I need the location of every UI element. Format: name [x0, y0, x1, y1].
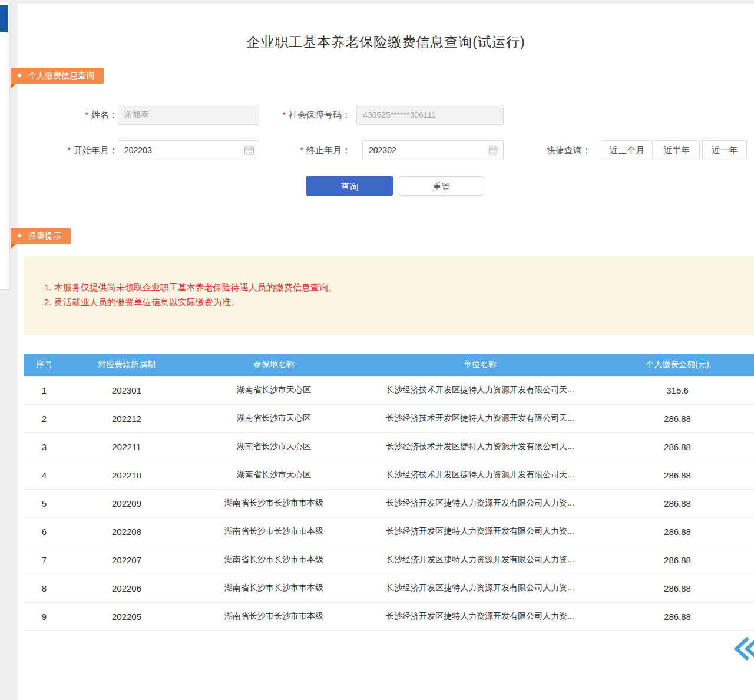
header-amount: 个人缴费金额(元) [601, 354, 754, 376]
cell-amount: 286.88 [601, 574, 754, 602]
cell-area: 湖南省长沙市天心区 [188, 376, 359, 404]
cell-amount: 315.6 [601, 376, 754, 404]
cell-amount: 286.88 [601, 489, 754, 517]
table-body: 1 202301 湖南省长沙市天心区 长沙经济技术开发区捷特人力资源开发有限公司… [24, 376, 754, 630]
cell-index: 8 [24, 574, 65, 602]
page: 企业职工基本养老保险缴费信息查询(试运行) 个人缴费信息查询 *姓名： *社会保… [0, 0, 754, 700]
bullet-dot-icon [18, 74, 21, 77]
section-badge-personal-query: 个人缴费信息查询 [11, 68, 104, 84]
required-asterisk: * [68, 146, 71, 155]
collapsed-sidebar [0, 2, 9, 289]
section-badge-label: 温馨提示 [28, 231, 61, 240]
cell-area: 湖南省长沙市天心区 [188, 461, 359, 489]
cell-area: 湖南省长沙市天心区 [188, 432, 359, 461]
cell-period: 202206 [65, 574, 188, 602]
cell-amount: 286.88 [601, 432, 754, 461]
sidebar-accent-bar [0, 5, 8, 32]
name-label: *姓名： [41, 105, 118, 125]
table-row: 8 202206 湖南省长沙市长沙市市本级 长沙经济开发区捷特人力资源开发有限公… [24, 574, 754, 602]
cell-period: 202212 [65, 404, 188, 432]
end-month-input[interactable] [362, 140, 504, 160]
ssn-label: *社会保障号码： [262, 105, 350, 125]
cell-period: 202205 [65, 602, 188, 630]
cell-area: 湖南省长沙市天心区 [188, 404, 359, 432]
bullet-dot-icon [18, 234, 21, 237]
cell-index: 3 [24, 432, 65, 461]
header-period: 对应费款所属期 [65, 354, 188, 376]
table-row: 4 202210 湖南省长沙市天心区 长沙经济技术开发区捷特人力资源开发有限公司… [24, 461, 754, 489]
cell-amount: 286.88 [601, 517, 754, 546]
cell-index: 1 [24, 376, 65, 404]
cell-index: 6 [24, 517, 65, 546]
cell-company: 长沙经济开发区捷特人力资源开发有限公司人力资... [359, 546, 601, 574]
calendar-icon[interactable] [244, 145, 254, 156]
cell-period: 202208 [65, 517, 188, 546]
end-month-field [362, 140, 504, 160]
name-input[interactable] [118, 105, 259, 125]
cell-period: 202211 [65, 432, 188, 461]
collapse-double-chevron-left-icon[interactable] [730, 635, 754, 662]
section-badge-tips: 温馨提示 [11, 228, 71, 244]
table-row: 5 202209 湖南省长沙市长沙市市本级 长沙经济开发区捷特人力资源开发有限公… [24, 489, 754, 517]
table-row: 3 202211 湖南省长沙市天心区 长沙经济技术开发区捷特人力资源开发有限公司… [24, 432, 754, 461]
cell-index: 5 [24, 489, 65, 517]
cell-period: 202209 [65, 489, 188, 517]
cell-company: 长沙经济技术开发区捷特人力资源开发有限公司天... [359, 461, 601, 489]
query-button[interactable]: 查询 [306, 176, 393, 196]
cell-area: 湖南省长沙市长沙市市本级 [188, 489, 359, 517]
required-asterisk: * [300, 146, 303, 155]
table-row: 9 202205 湖南省长沙市长沙市市本级 长沙经济开发区捷特人力资源开发有限公… [24, 602, 754, 630]
quick-last-half-year-button[interactable]: 近半年 [654, 140, 700, 160]
notice-line-2: 2. 灵活就业人员的缴费单位信息以实际缴费为准。 [44, 295, 754, 309]
page-title: 企业职工基本养老保险缴费信息查询(试运行) [18, 33, 754, 51]
cell-area: 湖南省长沙市长沙市市本级 [188, 546, 359, 574]
cell-area: 湖南省长沙市长沙市市本级 [188, 574, 359, 602]
cell-company: 长沙经济开发区捷特人力资源开发有限公司人力资... [359, 517, 601, 546]
cell-index: 2 [24, 404, 65, 432]
start-month-label: *开始年月： [41, 140, 118, 160]
notice-box: 1. 本服务仅提供尚未领取企业职工基本养老保险待遇人员的缴费信息查询。 2. 灵… [24, 256, 754, 335]
calendar-icon[interactable] [488, 145, 499, 156]
cell-area: 湖南省长沙市长沙市市本级 [188, 602, 359, 630]
section-badge-label: 个人缴费信息查询 [28, 71, 94, 80]
cell-company: 长沙经济技术开发区捷特人力资源开发有限公司天... [359, 376, 601, 404]
cell-index: 4 [24, 461, 65, 489]
cell-company: 长沙经济技术开发区捷特人力资源开发有限公司天... [359, 432, 601, 461]
header-index: 序号 [24, 354, 65, 376]
start-month-field [118, 140, 259, 160]
quick-last-3-months-button[interactable]: 近三个月 [601, 140, 653, 160]
notice-line-1: 1. 本服务仅提供尚未领取企业职工基本养老保险待遇人员的缴费信息查询。 [44, 280, 754, 295]
header-company: 单位名称 [359, 354, 601, 376]
start-month-input[interactable] [118, 140, 259, 160]
cell-index: 7 [24, 546, 65, 574]
cell-amount: 286.88 [601, 461, 754, 489]
quick-query-label: 快捷查询： [547, 140, 597, 160]
main-panel: 企业职工基本养老保险缴费信息查询(试运行) 个人缴费信息查询 *姓名： *社会保… [18, 4, 754, 700]
required-asterisk: * [283, 110, 286, 120]
cell-area: 湖南省长沙市长沙市市本级 [188, 517, 359, 546]
ssn-input[interactable] [356, 105, 504, 125]
cell-period: 202301 [65, 376, 188, 404]
table-header-row: 序号 对应费款所属期 参保地名称 单位名称 个人缴费金额(元) [24, 354, 754, 376]
cell-company: 长沙经济开发区捷特人力资源开发有限公司人力资... [359, 602, 601, 630]
cell-amount: 286.88 [601, 602, 754, 630]
cell-company: 长沙经济开发区捷特人力资源开发有限公司人力资... [359, 489, 601, 517]
table-row: 1 202301 湖南省长沙市天心区 长沙经济技术开发区捷特人力资源开发有限公司… [24, 376, 754, 404]
cell-index: 9 [24, 602, 65, 630]
table-row: 7 202207 湖南省长沙市长沙市市本级 长沙经济开发区捷特人力资源开发有限公… [24, 546, 754, 574]
cell-company: 长沙经济开发区捷特人力资源开发有限公司人力资... [359, 574, 601, 602]
required-asterisk: * [85, 110, 88, 120]
table-row: 6 202208 湖南省长沙市长沙市市本级 长沙经济开发区捷特人力资源开发有限公… [24, 517, 754, 546]
end-month-label: *终止年月： [262, 140, 350, 160]
cell-amount: 286.88 [601, 404, 754, 432]
cell-amount: 286.88 [601, 546, 754, 574]
header-area: 参保地名称 [188, 354, 359, 376]
payment-table: 序号 对应费款所属期 参保地名称 单位名称 个人缴费金额(元) 1 202301… [24, 354, 754, 631]
quick-last-year-button[interactable]: 近一年 [702, 140, 747, 160]
table-row: 2 202212 湖南省长沙市天心区 长沙经济技术开发区捷特人力资源开发有限公司… [24, 404, 754, 432]
reset-button[interactable]: 重置 [399, 176, 484, 196]
cell-period: 202207 [65, 546, 188, 574]
cell-company: 长沙经济技术开发区捷特人力资源开发有限公司天... [359, 404, 601, 432]
cell-period: 202210 [65, 461, 188, 489]
